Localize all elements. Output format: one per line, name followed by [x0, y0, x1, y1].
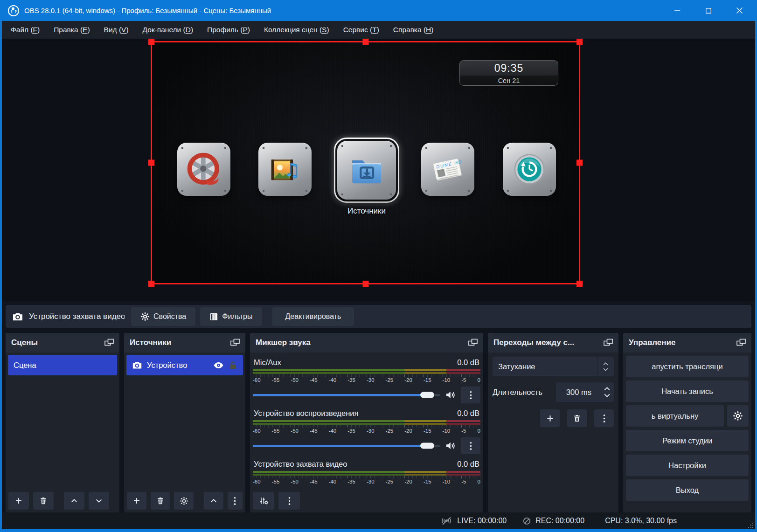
- dropdown-spinner[interactable]: [597, 357, 614, 376]
- volume-slider[interactable]: [253, 445, 440, 447]
- visibility-eye-icon[interactable]: [213, 360, 224, 371]
- add-source-button[interactable]: [127, 492, 146, 510]
- db-tick-label: -60: [253, 428, 261, 434]
- start-streaming-button[interactable]: апустить трансляци: [626, 356, 749, 377]
- kebab-menu-icon: [470, 391, 472, 400]
- resize-grip[interactable]: [748, 523, 754, 528]
- controls-title: Управление: [629, 338, 675, 347]
- controls-panel: Управление апустить трансляци Начать зап…: [623, 333, 751, 512]
- resize-handle-middle-right[interactable]: [576, 160, 583, 166]
- start-recording-button[interactable]: Начать запись: [626, 380, 749, 402]
- mixer-menu-button[interactable]: [278, 492, 300, 510]
- source-up-button[interactable]: [204, 492, 223, 510]
- maximize-button[interactable]: [693, 0, 724, 21]
- resize-handle-top-left[interactable]: [148, 39, 154, 45]
- preview-area: 09:35 Сен 21: [2, 39, 755, 301]
- menu-docks[interactable]: Док-панели (D): [136, 26, 200, 34]
- trash-icon: [573, 414, 581, 422]
- selected-tile-ring: [334, 138, 399, 203]
- studio-mode-button[interactable]: Режим студии: [626, 430, 749, 451]
- popout-icon[interactable]: [736, 339, 746, 347]
- slider-knob[interactable]: [420, 392, 434, 398]
- transition-select[interactable]: Затухание: [493, 357, 614, 376]
- menu-tools[interactable]: Сервис (T): [336, 26, 386, 34]
- source-properties-button[interactable]: [174, 492, 194, 510]
- popout-icon[interactable]: [468, 339, 478, 347]
- db-tick-label: -10: [443, 377, 451, 383]
- db-tick-label: -45: [310, 377, 318, 383]
- menu-file[interactable]: Файл (F): [4, 26, 47, 34]
- spin-down-icon[interactable]: [604, 394, 610, 397]
- properties-button[interactable]: Свойства: [131, 307, 195, 326]
- duration-value: 300 ms: [556, 388, 602, 397]
- channel-volume-db: 0.0 dB: [457, 358, 479, 367]
- db-tick-label: -35: [347, 377, 355, 383]
- exit-button[interactable]: Выход: [626, 479, 749, 501]
- transition-menu-button[interactable]: [594, 409, 614, 427]
- db-tick-label: 0: [477, 377, 480, 383]
- db-tick-label: -20: [404, 479, 412, 484]
- db-tick-label: -20: [404, 377, 412, 383]
- deactivate-button[interactable]: Деактивировать: [272, 307, 354, 326]
- menu-help[interactable]: Справка (H): [386, 26, 441, 34]
- resize-handle-bottom-left[interactable]: [148, 281, 154, 287]
- mixer-channel-capture: Устройство захвата видео 0.0 dB -60-55-5…: [253, 460, 480, 484]
- menu-edit[interactable]: Правка (E): [47, 26, 97, 34]
- db-tick-label: -25: [386, 377, 394, 383]
- transitions-panel: Переходы между с... Затухание Длительнос…: [488, 333, 618, 512]
- trash-icon: [156, 497, 165, 505]
- speaker-icon[interactable]: [445, 440, 456, 451]
- resize-handle-bottom-center[interactable]: [362, 281, 368, 287]
- scene-list-item[interactable]: Сцена: [8, 355, 117, 375]
- filters-button[interactable]: Фильтры: [200, 307, 262, 326]
- film-reel-icon: [186, 151, 222, 187]
- properties-label: Свойства: [153, 312, 186, 321]
- start-virtual-camera-button[interactable]: ь виртуальну: [626, 405, 724, 427]
- minimize-button[interactable]: [661, 0, 693, 21]
- settings-button[interactable]: Настройки: [626, 455, 749, 476]
- db-tick-label: -50: [291, 377, 299, 383]
- close-button[interactable]: [724, 0, 755, 21]
- channel-name: Устройство захвата видео: [254, 460, 347, 469]
- video-capture-preview[interactable]: 09:35 Сен 21: [151, 41, 580, 284]
- chevron-up-icon: [603, 362, 608, 366]
- lock-icon[interactable]: [229, 360, 237, 370]
- spin-up-icon[interactable]: [604, 387, 610, 391]
- kebab-menu-icon: [234, 497, 236, 505]
- popout-icon[interactable]: [230, 339, 240, 347]
- add-scene-button[interactable]: [8, 492, 29, 510]
- popout-icon[interactable]: [104, 339, 114, 347]
- advanced-audio-button[interactable]: [253, 492, 274, 510]
- speaker-icon[interactable]: [445, 389, 456, 401]
- channel-menu-button[interactable]: [461, 387, 480, 403]
- virtual-camera-settings-button[interactable]: [727, 405, 749, 427]
- db-scale: -60-55-50-45-40-35-30-25-20-15-10-50: [253, 428, 480, 434]
- channel-menu-button[interactable]: [461, 437, 480, 454]
- duration-spinbox[interactable]: 300 ms: [556, 382, 614, 402]
- menu-scene-collection[interactable]: Коллекция сцен (S): [257, 26, 336, 34]
- resize-handle-top-center[interactable]: [362, 39, 368, 45]
- photo-music-icon: ♫: [267, 151, 303, 187]
- remove-scene-button[interactable]: [33, 492, 54, 510]
- film-reel-tile: [177, 143, 230, 196]
- add-transition-button[interactable]: [540, 409, 560, 427]
- remove-source-button[interactable]: [151, 492, 170, 510]
- scene-down-button[interactable]: [89, 492, 109, 510]
- plus-icon: [546, 414, 555, 423]
- source-list-item[interactable]: Устройство: [126, 355, 243, 375]
- menu-view[interactable]: Вид (V): [97, 26, 136, 34]
- resize-handle-middle-left[interactable]: [148, 160, 154, 166]
- volume-meter: [253, 471, 480, 476]
- remove-transition-button[interactable]: [567, 409, 587, 427]
- download-folder-icon: [346, 149, 388, 191]
- scene-up-button[interactable]: [64, 492, 84, 510]
- meter-ticks: [253, 476, 480, 478]
- resize-handle-bottom-right[interactable]: [576, 281, 583, 287]
- menu-profile[interactable]: Профиль (P): [200, 26, 257, 34]
- slider-knob[interactable]: [420, 443, 434, 449]
- popout-icon[interactable]: [604, 339, 613, 347]
- volume-slider[interactable]: [253, 394, 440, 396]
- sources-menu-button[interactable]: [228, 492, 243, 510]
- resize-handle-top-right[interactable]: [576, 39, 583, 45]
- db-tick-label: -20: [404, 428, 412, 434]
